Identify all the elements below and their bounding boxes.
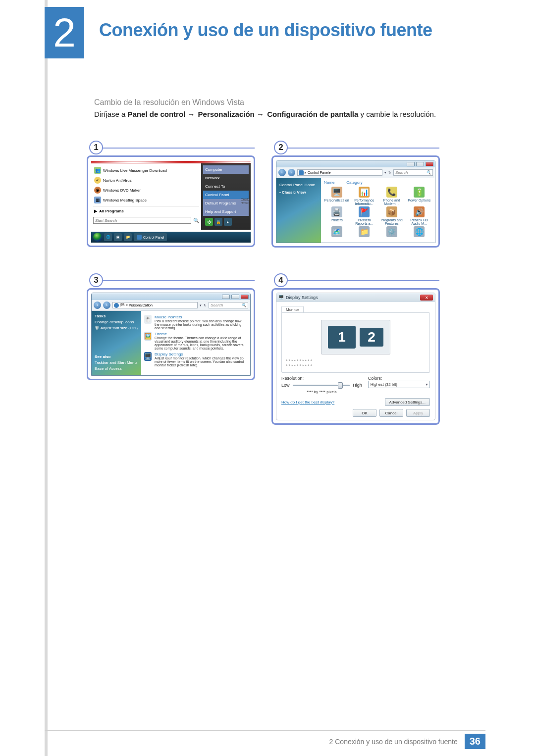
step-3-number: 3	[89, 273, 103, 287]
max-icon[interactable]	[416, 162, 424, 166]
step-2-line	[287, 148, 439, 149]
max-icon[interactable]	[231, 295, 239, 299]
cp-item-icon: 📊	[359, 187, 370, 198]
monitor-1[interactable]: 1	[328, 326, 356, 349]
personalization-item[interactable]: 🖥️ Display Settings Adjust your monitor …	[144, 352, 247, 367]
chapter-number: 2	[53, 9, 76, 56]
step-1: 1 👥 Windows Live Messenger Download ✓ No…	[87, 145, 259, 248]
apply-button[interactable]: Apply	[406, 409, 430, 417]
advanced-button[interactable]: Advanced Settings...	[385, 398, 430, 406]
step-2-number: 2	[274, 141, 288, 154]
cp-item[interactable]: 🔋Power Options	[407, 187, 432, 205]
start-orb-icon[interactable]	[93, 233, 102, 242]
search-input[interactable]: Search	[395, 170, 408, 175]
menu-item[interactable]: Windows Live Messenger Download	[103, 168, 167, 173]
personalization-item[interactable]: 🖼️ Theme Change the theme. Themes can ch…	[144, 332, 247, 350]
cp-item[interactable]: ⚙️	[379, 226, 405, 238]
cp-item[interactable]: 📦Programs and Features	[379, 206, 405, 225]
close-icon[interactable]: ✕	[420, 295, 433, 301]
chevron-icon[interactable]: ▸	[224, 218, 232, 226]
all-programs[interactable]: All Programs	[99, 209, 124, 213]
menu-item[interactable]: Norton AntiVirus	[103, 178, 132, 183]
cp-item-icon: 🚩	[359, 206, 370, 217]
monitor-2[interactable]: 2	[360, 328, 383, 347]
right-item[interactable]: Connect To	[203, 182, 249, 191]
chevron-down-icon: ▼	[425, 383, 428, 386]
power-icon[interactable]: ⏻	[205, 218, 213, 226]
search-icon: 🔍	[241, 303, 246, 307]
tb-player-icon[interactable]: ▣	[114, 233, 122, 241]
page-footer: 2 Conexión y uso de un dispositivo fuent…	[45, 730, 485, 749]
right-item[interactable]: Help and Support	[203, 207, 249, 216]
cp-item-icon: 📁	[359, 226, 370, 237]
cp-item[interactable]: 🗺️	[324, 226, 350, 238]
tab-monitor[interactable]: Monitor	[281, 306, 304, 313]
cp-item[interactable]: 📞Phone and Modem ...	[379, 187, 405, 205]
display-icon: 🖥️	[278, 295, 284, 300]
cp-home-link[interactable]: Control Panel Home	[279, 181, 318, 189]
back-icon[interactable]: ‹	[278, 169, 286, 176]
chapter-number-box: 2	[45, 7, 84, 58]
seealso-link[interactable]: Ease of Access	[95, 366, 138, 371]
help-link[interactable]: How do I get the best display?	[281, 400, 334, 404]
task-link[interactable]: Change desktop icons	[95, 320, 138, 324]
step-2: 2 ‹ › ▸ Control Panel ▸	[271, 145, 443, 248]
crumb-icon	[114, 303, 119, 308]
cp-item-icon: 📞	[386, 187, 397, 198]
left-stripe	[45, 0, 48, 756]
min-icon[interactable]	[222, 295, 230, 299]
step-4: 4 🖥️ Display Settings ✕ Monitor 1 2	[271, 277, 443, 425]
step-1-line	[103, 148, 255, 149]
cp-item[interactable]: 🖥️Personalizati on	[324, 187, 350, 205]
menu-item[interactable]: Windows Meeting Space	[103, 198, 147, 202]
back-icon[interactable]: ‹	[94, 302, 101, 309]
breadcrumb[interactable]: Personalization	[129, 303, 153, 307]
step-3-panel: ‹ › 🏁« Personalization ▾ ↻ Search 🔍	[87, 288, 255, 380]
cp-item-icon: 🖨️	[331, 206, 342, 217]
cp-item[interactable]: 🖨️Printers	[324, 206, 350, 225]
cp-crumb-icon	[299, 170, 304, 175]
lock-icon[interactable]: 🔒	[214, 218, 222, 226]
shield-icon: 🛡️	[95, 326, 101, 330]
colors-combo[interactable]: Highest (32 bit) ▼	[368, 381, 430, 388]
monitor-preview[interactable]: 1 2	[321, 320, 390, 354]
cp-item-icon: ⚙️	[386, 226, 397, 237]
resolution-slider[interactable]	[293, 385, 350, 386]
cp-item-icon: 🗺️	[331, 226, 342, 237]
ok-button[interactable]: OK	[353, 409, 376, 417]
step-2-panel: ‹ › ▸ Control Panel ▸ ▾ ↻ Search 🔍	[271, 155, 440, 248]
step-4-line	[287, 280, 439, 281]
cp-classic-link[interactable]: • Classic View	[279, 189, 318, 196]
resolution-readout: **** by **** pixels	[281, 390, 362, 394]
cp-item[interactable]: 🌐	[407, 226, 432, 238]
taskbar-cp-label[interactable]: Control Panel	[143, 236, 164, 239]
cp-item-icon: 🔊	[414, 206, 425, 217]
personalization-item[interactable]: 🖱️ Mouse Pointers Pick a different mouse…	[144, 315, 247, 330]
right-item[interactable]: Computer	[203, 165, 249, 174]
page-number: 36	[465, 734, 485, 749]
tb-app-icon[interactable]: 📁	[124, 233, 132, 241]
cp-item-icon: 📦	[386, 206, 397, 217]
cp-item[interactable]: 📁	[352, 226, 377, 238]
start-search-input[interactable]	[93, 217, 191, 224]
close-icon[interactable]	[241, 295, 249, 299]
cp-item[interactable]: 🚩Problem Reports a...	[352, 206, 377, 225]
min-icon[interactable]	[407, 162, 415, 166]
step-3: 3 ‹ › 🏁« Personalization ▾	[87, 277, 259, 425]
task-link[interactable]: 🛡️ Adjust font size (DPI)	[95, 326, 138, 330]
menu-item[interactable]: Windows DVD Maker	[103, 188, 141, 193]
slider-thumb[interactable]	[338, 382, 343, 389]
close-icon[interactable]	[426, 162, 433, 166]
right-item[interactable]: Network	[203, 174, 249, 182]
cp-item[interactable]: 🔊Realtek HD Audio M...	[407, 206, 432, 225]
forward-icon[interactable]: ›	[103, 302, 110, 309]
cp-item[interactable]: 📊Performance Informatio...	[352, 187, 377, 205]
cancel-button[interactable]: Cancel	[379, 409, 403, 417]
tb-ie-icon[interactable]: 🌐	[104, 233, 112, 241]
search-icon: 🔍	[193, 218, 199, 223]
seealso-link[interactable]: Taskbar and Start Menu	[95, 360, 138, 365]
step-1-number: 1	[89, 141, 103, 154]
search-input[interactable]: Search	[211, 303, 223, 307]
forward-icon[interactable]: ›	[288, 169, 295, 176]
breadcrumb[interactable]: Control Panel	[308, 171, 328, 174]
